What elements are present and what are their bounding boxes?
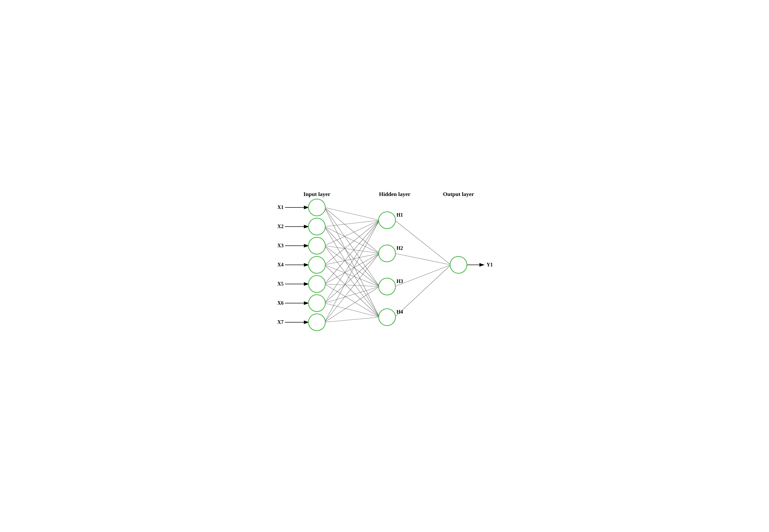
connection xyxy=(325,265,379,287)
connection xyxy=(325,227,379,317)
hidden-node-h4 xyxy=(379,309,395,326)
hidden-layer-label: Hidden layer xyxy=(379,191,411,197)
connection xyxy=(325,220,379,227)
input-layer-label: Input layer xyxy=(303,191,330,197)
input-node-x4 xyxy=(308,256,325,273)
connection xyxy=(325,220,379,265)
connection xyxy=(325,303,379,317)
connection xyxy=(395,253,451,265)
connection xyxy=(325,317,379,322)
output-layer-label: Output layer xyxy=(443,191,474,197)
output-node-y1 xyxy=(450,256,467,273)
input-label-x7: X7 xyxy=(277,319,283,325)
connection xyxy=(325,265,379,317)
hidden-label-h2: H2 xyxy=(396,245,403,251)
input-label-x1: X1 xyxy=(277,204,283,210)
input-label-x3: X3 xyxy=(277,243,283,248)
hidden-label-h4: H4 xyxy=(396,309,403,315)
hidden-node-h3 xyxy=(379,278,395,295)
connection xyxy=(325,284,379,287)
input-label-x5: X5 xyxy=(277,281,283,287)
input-node-x1 xyxy=(308,199,325,216)
hidden-node-h2 xyxy=(379,245,395,262)
input-node-x2 xyxy=(308,218,325,235)
connection xyxy=(395,265,451,287)
connection xyxy=(325,287,379,322)
input-node-x3 xyxy=(308,237,325,254)
input-node-x7 xyxy=(308,314,325,331)
input-node-x6 xyxy=(308,295,325,312)
input-label-x4: X4 xyxy=(277,262,283,267)
input-label-x2: X2 xyxy=(277,224,283,229)
hidden-label-h3: H3 xyxy=(396,278,403,284)
connection xyxy=(395,220,451,265)
connection xyxy=(325,207,379,253)
connection xyxy=(325,220,379,303)
connection xyxy=(325,246,379,287)
input-label-x6: X6 xyxy=(277,300,283,306)
connection xyxy=(325,207,379,220)
hidden-node-h1 xyxy=(379,212,395,229)
hidden-label-h1: H1 xyxy=(396,212,403,218)
neural-network-diagram: Input layer Hidden layer Output layer xyxy=(270,187,499,345)
connection xyxy=(395,265,451,317)
connection xyxy=(325,253,379,265)
input-node-x5 xyxy=(308,276,325,292)
connection xyxy=(325,253,379,303)
output-label-y1: Y1 xyxy=(487,262,493,267)
connection xyxy=(325,253,379,322)
